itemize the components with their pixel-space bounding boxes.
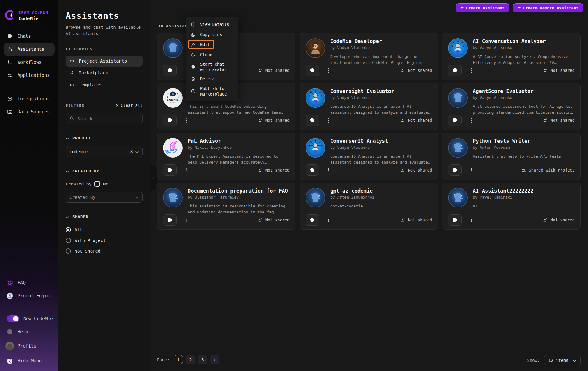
share-status: Not shared: [258, 168, 290, 173]
search-input[interactable]: [77, 116, 139, 121]
shared-option-not-shared[interactable]: Not Shared: [66, 246, 143, 256]
clear-selection-icon[interactable]: ×: [130, 149, 133, 154]
sidebar-item-applications[interactable]: Applications: [0, 69, 58, 82]
menu-item-view-details[interactable]: View Details: [186, 19, 238, 29]
assistant-title: Python Tests Writer: [473, 138, 575, 145]
start-chat-button[interactable]: [448, 164, 462, 176]
menu-item-edit[interactable]: Edit: [186, 39, 238, 50]
page-button-2[interactable]: 2: [186, 355, 195, 364]
start-chat-button[interactable]: [306, 164, 319, 176]
sidebar-item-help[interactable]: Help: [0, 325, 58, 338]
start-chat-button[interactable]: [163, 164, 177, 176]
page-button-3[interactable]: 3: [198, 355, 207, 364]
share-status: Not shared: [258, 218, 290, 223]
assistant-card[interactable]: AgentScore Evaluator by Vadym Vlasenko A…: [442, 83, 581, 130]
shared-section-header[interactable]: SHARED: [66, 214, 143, 220]
project-select-value: codemie: [69, 149, 128, 154]
shared-option-with-project[interactable]: With Project: [66, 235, 143, 246]
assistant-card[interactable]: Conversight Evaluator by Vadym Vlasenko …: [300, 83, 438, 130]
created-by-select[interactable]: Created By: [66, 192, 143, 203]
assistant-card[interactable]: AI Assistant22222222 by Pawel Kaminski A…: [442, 183, 581, 230]
menu-item-publish-to-marketplace[interactable]: Publish to Marketplace: [186, 84, 238, 98]
category-templates[interactable]: Templates: [66, 79, 143, 91]
templates-icon: [69, 82, 75, 88]
radio-icon: [66, 238, 71, 243]
collapse-panel-handle[interactable]: ‹: [150, 164, 157, 191]
menu-item-clone[interactable]: Clone: [186, 50, 238, 60]
card-menu-button[interactable]: [468, 116, 474, 125]
start-chat-button[interactable]: [306, 214, 319, 226]
sidebar-item-chats[interactable]: Chats: [0, 30, 58, 43]
share-status: Not shared: [258, 118, 290, 123]
assistant-card[interactable]: CodeMie Developer by Vadym Vlasenko Deve…: [300, 33, 438, 80]
sidebar-item-workflows[interactable]: Workflows: [0, 56, 58, 69]
filters-header: FILTERS: [66, 103, 84, 108]
sidebar-item-label: Assistants: [18, 47, 44, 52]
sidebar-item-integrations[interactable]: Integrations: [0, 92, 58, 105]
sidebar-item-hide-menu[interactable]: Hide Menu: [0, 354, 58, 368]
card-menu-button[interactable]: [468, 166, 474, 175]
assistant-avatar: [448, 88, 468, 108]
assistant-avatar: [163, 188, 183, 207]
assistant-card[interactable]: gpt-az-codemie by Artem Zahumonnyi gpt-a…: [300, 183, 438, 230]
assistant-card[interactable]: ConverserIQ Analyst by Vadym Vlasenko Co…: [300, 133, 438, 180]
assistant-card[interactable]: PnL Advisor by Nikita Levyankov The PnL …: [157, 133, 295, 180]
menu-item-copy-link[interactable]: Copy Link: [186, 29, 238, 39]
start-chat-button[interactable]: [448, 115, 462, 126]
start-chat-button[interactable]: [306, 65, 319, 76]
card-menu-button[interactable]: [183, 166, 189, 175]
menu-item-start-chat-with-avatar[interactable]: Start chat with avatar: [186, 60, 238, 74]
brand-product-line: EPAM AI/RUN: [18, 10, 48, 15]
assistant-card[interactable]: Documentation preparation for FAQ by Ole…: [157, 183, 295, 230]
start-chat-button[interactable]: [448, 65, 462, 76]
created-by-section-header[interactable]: CREATED BY: [66, 168, 143, 174]
page-label: Page:: [157, 357, 170, 362]
create-assistant-button[interactable]: + Create Assistant: [456, 3, 509, 12]
page-size-select[interactable]: 12 items: [544, 355, 581, 365]
card-menu-button[interactable]: [183, 215, 189, 224]
assistant-title: ConverserIQ Analyst: [330, 138, 432, 145]
sidebar-item-assistants[interactable]: Assistants: [4, 43, 55, 56]
card-menu-button[interactable]: [326, 116, 332, 125]
page-button-1[interactable]: 1: [174, 355, 183, 364]
category-marketplace[interactable]: Marketplace: [66, 67, 143, 79]
start-chat-button[interactable]: [163, 115, 177, 126]
category-project-assistants[interactable]: Project Assistants: [66, 56, 143, 67]
sidebar-item-data-sources[interactable]: Data Sources: [0, 105, 58, 118]
shared-option-all[interactable]: All: [66, 224, 143, 235]
sidebar-item-faq[interactable]: FAQ: [0, 276, 58, 289]
card-menu-button[interactable]: [326, 215, 332, 224]
start-chat-button[interactable]: [306, 115, 319, 126]
chevron-down-icon: [135, 195, 139, 200]
start-chat-button[interactable]: [163, 214, 177, 226]
pagination: Page: 1 2 3 ›: [157, 355, 219, 364]
next-page-button[interactable]: ›: [210, 355, 219, 364]
share-status: Not shared: [543, 68, 575, 73]
project-section-header[interactable]: PROJECT: [66, 135, 143, 141]
assistant-description: This is a smart CodeMie onboarding assis…: [188, 104, 290, 115]
card-menu-button[interactable]: [468, 215, 474, 224]
card-menu-button[interactable]: [326, 166, 332, 175]
card-menu-button[interactable]: [326, 66, 332, 75]
assistant-card[interactable]: Python Tests Writer by Anton Yeromin Ass…: [442, 133, 581, 180]
faq-icon: [7, 279, 13, 287]
assistant-author: by Pawel Kaminski: [473, 195, 575, 201]
card-menu-button[interactable]: [183, 116, 189, 125]
project-select[interactable]: codemie ×: [66, 146, 143, 157]
sidebar-item-profile[interactable]: Profile: [0, 338, 58, 354]
page-subtitle: Browse and chat with available AI assist…: [66, 24, 143, 37]
start-chat-button[interactable]: [163, 65, 177, 76]
clear-all-button[interactable]: × Clear all: [116, 103, 143, 108]
assistant-card[interactable]: AI Conversation Analyzer by Vadym Vlasen…: [442, 33, 581, 80]
menu-item-delete[interactable]: Delete: [186, 74, 238, 84]
share-status: Not shared: [543, 218, 575, 223]
created-by-me-checkbox[interactable]: [94, 181, 100, 187]
new-codemie-toggle[interactable]: [7, 315, 19, 322]
start-chat-button[interactable]: [448, 214, 462, 226]
create-remote-assistant-button[interactable]: + Create Remote Assistant: [513, 3, 583, 12]
assistant-title: AI Conversation Analyzer: [473, 38, 575, 45]
card-menu-button[interactable]: [468, 66, 474, 75]
assistant-title: AI Assistant22222222: [473, 188, 575, 195]
sidebar-item-prompt-engineering[interactable]: PROMPT Prompt Engin…: [0, 289, 58, 302]
person-plus-icon: [258, 168, 263, 173]
